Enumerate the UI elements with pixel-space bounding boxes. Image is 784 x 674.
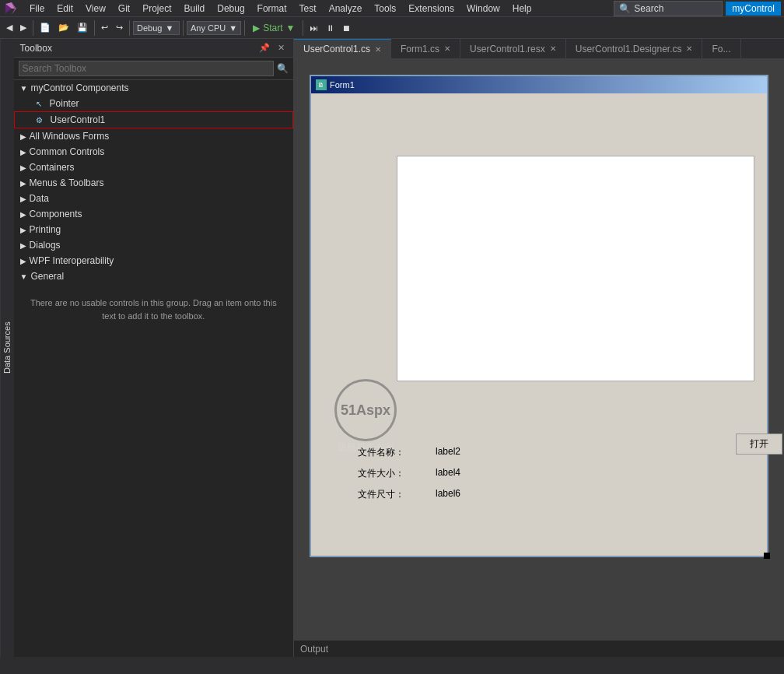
search-box[interactable]: 🔍 Search — [614, 1, 723, 16]
toolbar-forward[interactable]: ▶ — [17, 21, 30, 34]
menu-item-git[interactable]: Git — [112, 2, 136, 16]
tab-usercontrol1designer-label: UserControl1.Designer.cs — [576, 44, 682, 54]
toolbar-pause[interactable]: ⏸ — [323, 22, 338, 34]
data-arrow: ▶ — [20, 195, 26, 203]
menu-item-window[interactable]: Window — [460, 2, 506, 16]
editor-area: UserControl1.cs ✕ Form1.cs ✕ UserControl… — [294, 39, 784, 657]
start-button[interactable]: ▶ Start ▼ — [248, 21, 299, 35]
toolbox-group-mycontrol: ▼ myControl Components ↖ Pointer ⚙ UserC… — [14, 80, 293, 128]
cpu-dropdown[interactable]: Any CPU ▼ — [187, 21, 241, 35]
tab-usercontrol1cs[interactable]: UserControl1.cs ✕ — [294, 39, 391, 58]
toolbox-group-header-allwindows[interactable]: ▶ All Windows Forms — [14, 128, 293, 144]
tab-form1cs[interactable]: Form1.cs ✕ — [391, 39, 460, 58]
toolbar-open[interactable]: 📂 — [55, 21, 72, 34]
tab-usercontrol1designer[interactable]: UserControl1.Designer.cs ✕ — [566, 39, 703, 58]
toolbox-group-printing: ▶ Printing — [14, 222, 293, 237]
form-label-row-1: 文件名称： label2 — [358, 446, 460, 459]
tab-usercontrol1cs-label: UserControl1.cs — [303, 44, 370, 54]
toolbox-item-pointer[interactable]: ↖ Pointer — [14, 96, 293, 111]
tab-fo[interactable]: Fo... — [702, 39, 740, 58]
label-value-2: label4 — [436, 467, 460, 480]
menu-item-edit[interactable]: Edit — [51, 2, 79, 16]
menu-item-test[interactable]: Test — [293, 2, 323, 16]
toolbar-redo[interactable]: ↪ — [113, 21, 126, 34]
toolbox-group-header-general[interactable]: ▼ General — [14, 269, 293, 284]
toolbar: ◀ ▶ 📄 📂 💾 ↩ ↪ Debug ▼ Any CPU ▼ ▶ Start … — [0, 17, 784, 39]
menu-item-project[interactable]: Project — [136, 2, 177, 16]
menu-item-tools[interactable]: Tools — [368, 2, 402, 16]
menu-item-file[interactable]: File — [23, 2, 51, 16]
menus-arrow: ▶ — [20, 179, 26, 188]
main-layout: Data Sources Toolbox 📌 ✕ 🔍 ▼ myControl C… — [0, 39, 784, 657]
tab-usercontrol1designer-close[interactable]: ✕ — [686, 44, 692, 53]
toolbox-group-header-data[interactable]: ▶ Data — [14, 191, 293, 206]
toolbox-title: Toolbox — [20, 43, 52, 54]
designer-area: 🗎 Form1 51Aspx 源码服务专家 文件名称： label2 — [294, 59, 784, 640]
toolbox-group-header-dialogs[interactable]: ▶ Dialogs — [14, 237, 293, 253]
toolbox-group-data: ▶ Data — [14, 191, 293, 206]
watermark-circle: 51Aspx — [334, 379, 397, 441]
form-open-button[interactable]: 打开 — [736, 434, 782, 455]
data-sources-panel[interactable]: Data Sources — [0, 39, 14, 657]
menu-item-format[interactable]: Format — [251, 2, 293, 16]
menu-item-extensions[interactable]: Extensions — [402, 2, 460, 16]
mycontrol-arrow: ▼ — [20, 84, 28, 93]
resize-handle[interactable] — [764, 553, 770, 559]
toolbox-group-wpf: ▶ WPF Interoperability — [14, 253, 293, 269]
menu-right: 🔍 Search myControl — [614, 1, 781, 16]
search-icon: 🔍 — [619, 3, 631, 14]
toolbar-new[interactable]: 📄 — [37, 21, 54, 34]
common-arrow: ▶ — [20, 148, 26, 156]
toolbox-group-common: ▶ Common Controls — [14, 144, 293, 160]
wpf-arrow: ▶ — [20, 257, 26, 265]
dialogs-group-label: Dialogs — [30, 240, 61, 251]
search-toolbox-input[interactable] — [19, 61, 274, 76]
separator-4 — [183, 20, 184, 36]
play-icon: ▶ — [253, 23, 260, 33]
toolbar-back[interactable]: ◀ — [3, 21, 16, 34]
toolbox-group-header-printing[interactable]: ▶ Printing — [14, 222, 293, 237]
search-toolbox-icon[interactable]: 🔍 — [277, 63, 289, 74]
output-label: Output — [300, 644, 328, 655]
toolbox-group-header-mycontrol[interactable]: ▼ myControl Components — [14, 80, 293, 96]
debug-dropdown[interactable]: Debug ▼ — [133, 21, 180, 35]
menu-item-help[interactable]: Help — [506, 2, 538, 16]
toolbox-group-header-wpf[interactable]: ▶ WPF Interoperability — [14, 253, 293, 269]
watermark: 51Aspx 源码服务专家 — [334, 379, 397, 455]
toolbox-item-usercontrol1[interactable]: ⚙ UserControl1 — [14, 111, 293, 128]
pointer-label: Pointer — [50, 98, 79, 109]
tab-usercontrol1resx-close[interactable]: ✕ — [550, 44, 556, 53]
toolbox-group-header-menus[interactable]: ▶ Menus & Toolbars — [14, 175, 293, 191]
general-message: There are no usable controls in this gro… — [14, 284, 293, 335]
tab-form1cs-close[interactable]: ✕ — [444, 44, 450, 53]
toolbox-group-header-common[interactable]: ▶ Common Controls — [14, 144, 293, 160]
data-sources-label: Data Sources — [2, 322, 12, 374]
start-label: Start — [263, 23, 282, 33]
label-key-3: 文件尺寸： — [358, 488, 404, 501]
toolbar-undo[interactable]: ↩ — [98, 21, 111, 34]
tab-usercontrol1resx-label: UserControl1.resx — [470, 44, 545, 54]
separator-6 — [303, 20, 303, 36]
label-key-2: 文件大小： — [358, 467, 404, 480]
toolbox-pin-btn[interactable]: 📌 — [257, 42, 272, 54]
separator-5 — [244, 20, 245, 36]
toolbox-group-header-components[interactable]: ▶ Components — [14, 206, 293, 222]
toolbar-save[interactable]: 💾 — [74, 21, 91, 34]
form-window: 🗎 Form1 51Aspx 源码服务专家 文件名称： label2 — [310, 75, 768, 557]
menu-item-analyze[interactable]: Analyze — [323, 2, 369, 16]
general-arrow: ▼ — [20, 272, 28, 281]
toolbox-panel: Toolbox 📌 ✕ 🔍 ▼ myControl Components ↖ P… — [14, 39, 294, 657]
toolbox-group-header-containers[interactable]: ▶ Containers — [14, 160, 293, 175]
menu-item-build[interactable]: Build — [178, 2, 212, 16]
toolbar-step[interactable]: ⏭ — [306, 22, 321, 34]
tab-usercontrol1cs-close[interactable]: ✕ — [375, 45, 381, 54]
menu-item-view[interactable]: View — [79, 2, 112, 16]
components-group-label: Components — [30, 209, 82, 219]
debug-option: Debug — [137, 23, 162, 33]
separator-3 — [129, 20, 130, 36]
toolbar-stop[interactable]: ⏹ — [339, 22, 354, 34]
toolbox-close-btn[interactable]: ✕ — [275, 42, 287, 54]
tab-usercontrol1resx[interactable]: UserControl1.resx ✕ — [460, 39, 566, 58]
tabs-bar: UserControl1.cs ✕ Form1.cs ✕ UserControl… — [294, 39, 784, 59]
menu-item-debug[interactable]: Debug — [211, 2, 250, 16]
